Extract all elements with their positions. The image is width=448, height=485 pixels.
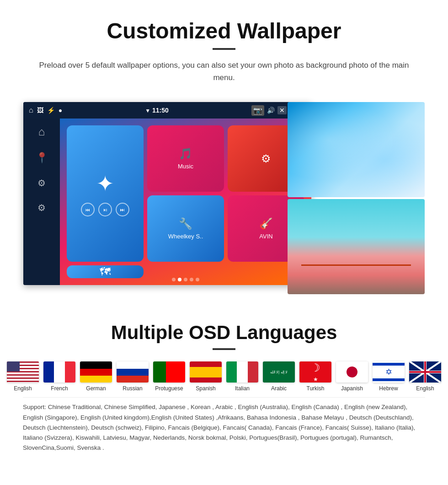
japan-circle bbox=[347, 366, 357, 377]
flag-item-french: French bbox=[43, 361, 75, 392]
sidebar-equalizer-icon[interactable]: ⚙ bbox=[37, 178, 46, 189]
flag-label-hebrew: Hebrew bbox=[379, 385, 398, 392]
wallpaper-ice bbox=[288, 102, 425, 197]
flag-label-spanish: Spanish bbox=[196, 385, 215, 392]
screenshot-section: ⌂ 🖼 ⚡ ● ▼ 11:50 📷 🔊 ✕ ⬜ ↩ bbox=[0, 93, 448, 308]
home-icon: ⌂ bbox=[29, 106, 33, 114]
status-bar: ⌂ 🖼 ⚡ ● ▼ 11:50 📷 🔊 ✕ ⬜ ↩ bbox=[23, 102, 311, 119]
android-screen: ⌂ 🖼 ⚡ ● ▼ 11:50 📷 🔊 ✕ ⬜ ↩ bbox=[23, 102, 311, 285]
play-button[interactable]: ⏯ bbox=[98, 203, 112, 216]
flag-label-arabic: Arabic bbox=[271, 385, 287, 392]
tile-music[interactable]: 🎵 Music bbox=[147, 125, 224, 192]
germany-gold bbox=[80, 376, 112, 383]
flag-spain bbox=[190, 361, 222, 383]
flag-item-russian: Russian bbox=[117, 361, 149, 392]
tile-wheelkey[interactable]: 🔧 Wheelkey S.. bbox=[147, 195, 224, 262]
spain-mid bbox=[190, 367, 222, 377]
languages-section: Multiple OSD Languages English French bbox=[0, 308, 448, 467]
flag-item-japanese: Japanish bbox=[336, 361, 368, 392]
flag-italy bbox=[226, 361, 258, 383]
germany-black bbox=[80, 361, 112, 368]
ice-visual bbox=[288, 102, 425, 197]
rewind-button[interactable]: ⏮ bbox=[81, 203, 95, 216]
avin-label: AVIN bbox=[259, 233, 272, 240]
page-title: Customized Wallpaper bbox=[27, 18, 421, 43]
wifi-icon: ▼ bbox=[145, 108, 150, 114]
bluetooth-icon: ● bbox=[59, 107, 62, 114]
portugal-green bbox=[153, 361, 166, 383]
header-subtitle: Preload over 5 default wallpaper options… bbox=[37, 59, 411, 84]
flag-label-turkish: Turkish bbox=[307, 385, 325, 392]
germany-red bbox=[80, 369, 112, 376]
israel-stripe-bot bbox=[373, 378, 405, 381]
media-controls: ⏮ ⏯ ⏭ bbox=[81, 203, 129, 216]
screenshot-container: ⌂ 🖼 ⚡ ● ▼ 11:50 📷 🔊 ✕ ⬜ ↩ bbox=[23, 102, 425, 294]
usb-icon: ⚡ bbox=[47, 107, 55, 114]
tile-bluetooth[interactable]: ✦ ⏮ ⏯ ⏭ bbox=[67, 125, 144, 262]
title-divider bbox=[213, 48, 235, 50]
flag-item-italian: Italian bbox=[226, 361, 258, 392]
france-white bbox=[54, 361, 64, 383]
portugal-red bbox=[166, 361, 185, 383]
flag-usa-canton bbox=[7, 361, 20, 372]
forward-button[interactable]: ⏭ bbox=[116, 203, 129, 216]
flag-item-arabic: لا إله إلا الله Arabic bbox=[263, 361, 295, 392]
flag-item-english: English bbox=[7, 361, 39, 392]
wheelkey-label: Wheelkey S.. bbox=[168, 233, 203, 240]
flag-germany bbox=[80, 361, 112, 383]
bridge-visual bbox=[288, 199, 425, 294]
flag-item-hebrew: ✡ Hebrew bbox=[373, 361, 405, 392]
flag-label-english: English bbox=[14, 385, 32, 392]
russia-blue bbox=[117, 369, 149, 376]
flag-item-english-uk: English bbox=[409, 361, 441, 392]
crescent-icon: ☽ bbox=[310, 361, 320, 374]
dot-4 bbox=[190, 278, 193, 281]
camera-icon[interactable]: 📷 bbox=[251, 105, 264, 116]
time-display: 11:50 bbox=[152, 107, 169, 114]
flag-france bbox=[43, 361, 75, 383]
sidebar-location-icon[interactable]: 📍 bbox=[36, 152, 48, 164]
flag-japan bbox=[336, 361, 368, 383]
sidebar: ⌂ 📍 ⚙ ⚙ bbox=[23, 119, 60, 285]
avin-icon: 🎸 bbox=[259, 217, 273, 230]
dot-2 bbox=[178, 278, 181, 281]
wheel-icon: 🔧 bbox=[179, 217, 192, 230]
status-bar-left: ⌂ 🖼 ⚡ ● bbox=[29, 106, 62, 114]
star-icon: ★ bbox=[313, 376, 318, 383]
close-icon[interactable]: ✕ bbox=[277, 106, 287, 114]
flags-row: English French German bbox=[23, 361, 425, 392]
status-bar-center: ▼ 11:50 bbox=[66, 107, 248, 114]
bluetooth-symbol: ✦ bbox=[96, 171, 114, 196]
section-divider bbox=[213, 348, 235, 350]
flag-russia bbox=[117, 361, 149, 383]
sidebar-home-icon[interactable]: ⌂ bbox=[38, 125, 45, 138]
arabic-text: لا إله إلا الله bbox=[270, 370, 288, 375]
equalizer-icon: ⚙ bbox=[261, 152, 271, 165]
flag-label-english-uk: English bbox=[416, 385, 434, 392]
flag-israel: ✡ bbox=[373, 361, 405, 383]
russia-red bbox=[117, 376, 149, 383]
maps-icon: 🗺 bbox=[100, 265, 111, 278]
music-label: Music bbox=[178, 163, 193, 170]
flag-label-portuguese: Protuguese bbox=[155, 385, 183, 392]
spain-top bbox=[190, 361, 222, 367]
sidebar-settings-icon[interactable]: ⚙ bbox=[37, 202, 46, 213]
flag-item-german: German bbox=[80, 361, 112, 392]
flag-label-german: German bbox=[86, 385, 106, 392]
header-section: Customized Wallpaper Preload over 5 defa… bbox=[0, 0, 448, 93]
france-blue bbox=[43, 361, 54, 383]
dot-5 bbox=[196, 278, 199, 281]
languages-title: Multiple OSD Languages bbox=[23, 322, 425, 344]
russia-white bbox=[117, 361, 149, 368]
flag-uk bbox=[409, 361, 441, 383]
music-icon: 🎵 bbox=[179, 147, 192, 160]
italy-green bbox=[226, 361, 237, 383]
israel-stripe-top bbox=[373, 363, 405, 366]
flag-item-spanish: Spanish bbox=[190, 361, 222, 392]
flag-label-french: French bbox=[51, 385, 68, 392]
page-indicators bbox=[60, 278, 311, 281]
italy-white bbox=[237, 361, 247, 383]
star-of-david-icon: ✡ bbox=[385, 368, 392, 376]
wallpaper-previews bbox=[288, 102, 425, 294]
tile-maps[interactable]: 🗺 bbox=[67, 265, 144, 278]
